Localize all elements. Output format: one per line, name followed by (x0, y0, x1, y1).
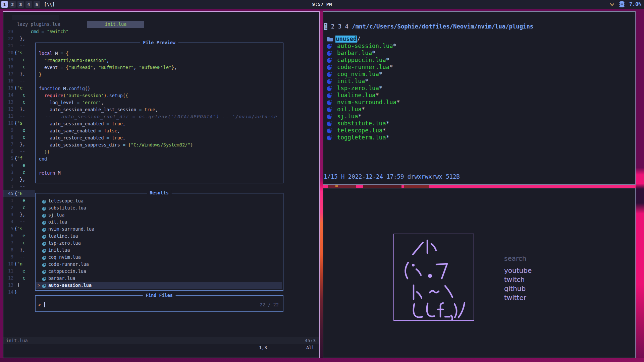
fm-selected-dir[interactable]: unused (335, 36, 357, 43)
ascii-cat-box (393, 234, 474, 321)
find-files-title: Find Files (143, 292, 176, 299)
chevron-down-icon[interactable] (610, 3, 614, 6)
fm-tab-1[interactable]: 1 (324, 23, 327, 30)
preview-code-line: local M = { (39, 50, 282, 57)
link-github[interactable]: github (504, 284, 526, 293)
fm-file-row[interactable]: nvim-surround.lua* (323, 99, 635, 106)
tabline: lazy_plugins.lua init.lua (3, 21, 319, 28)
ruler-position: 1,3 (259, 344, 267, 351)
prompt-counter: 22 / 22 (260, 301, 279, 308)
preview-code-line: log_level = 'error', (39, 99, 282, 106)
fm-file-row[interactable]: lualine.lua* (323, 92, 635, 99)
fm-file-row[interactable]: catppuccin.lua* (323, 57, 635, 64)
fm-file-row[interactable]: coq_nvim.lua* (323, 71, 635, 78)
result-item[interactable]: lsp-zero.lua (36, 240, 282, 247)
result-item[interactable]: >auto-session.lua (36, 282, 282, 289)
preview-code-line: auto_save_enabled = false, (39, 127, 282, 134)
result-item[interactable]: nvim-surround.lua (36, 226, 282, 233)
preview-code-line: "rmagatti/auto-session", (39, 57, 282, 64)
preview-code-line: event = {"BufRead", "BufWinEnter", "BufN… (39, 64, 282, 71)
fm-tab-4[interactable]: 4 (345, 23, 348, 30)
preview-code-line: return M (39, 170, 282, 177)
tab-lazy-plugins[interactable]: lazy_plugins.lua (17, 21, 60, 28)
fm-file-row[interactable]: substitute.lua* (323, 120, 635, 127)
fm-file-row[interactable]: barbar.lua* (323, 50, 635, 57)
preview-code-line (39, 163, 282, 170)
preview-code-line: auto_session_enable_last_session = true, (39, 106, 282, 113)
preview-code-line: auto_restore_enabled = true, (39, 134, 282, 141)
fm-file-row[interactable]: lsp-zero.lua* (323, 85, 635, 92)
fm-dir-row[interactable]: unused/ (323, 36, 635, 43)
preview-code-line (39, 177, 282, 184)
file-manager-status: 1/15 H 2022-12-24 17:59 drwxrwxrwx 512B (324, 173, 460, 180)
results-title: Results (147, 190, 171, 196)
lua-file-icon (327, 135, 332, 142)
prompt-cursor (44, 302, 45, 307)
result-item[interactable]: code-runner.lua (36, 261, 282, 268)
link-youtube[interactable]: youtube (504, 266, 532, 275)
preview-code-line (39, 78, 282, 85)
ascii-cat-art (394, 234, 474, 320)
memory-icon (619, 1, 625, 8)
tab-init[interactable]: init.lua (87, 21, 144, 28)
result-item[interactable]: barbar.lua (36, 275, 282, 282)
result-item[interactable]: oil.lua (36, 219, 282, 226)
result-item[interactable]: substitute.lua (36, 204, 282, 212)
statusline: init.lua 45:3 (3, 337, 319, 344)
fm-file-row[interactable]: code-runner.lua* (323, 64, 635, 71)
link-twitch[interactable]: twitch (504, 275, 525, 284)
fm-file-row[interactable]: auto-session.lua* (323, 43, 635, 50)
preview-code-line: auto_session_suppress_dirs = {"C:/Window… (39, 141, 282, 148)
preview-code-line: -- auto_session_root_dir = os.getenv("LO… (39, 113, 282, 120)
screen: 12345 [\\] 9:57 PM 7.0% lazy_plugins.lua… (0, 0, 644, 362)
fm-path: /mnt/c/Users/Sophie/dotfiles/Neovim/nvim… (352, 23, 533, 30)
fm-file-row[interactable]: toggleterm.lua* (323, 134, 635, 141)
wallpaper-gap-right (636, 9, 644, 362)
fm-dir-slash: / (357, 36, 360, 43)
memory-usage: 7.0% (629, 1, 641, 7)
preview-code-line: }) (39, 148, 282, 156)
window-divider[interactable] (323, 185, 636, 188)
fm-file-row[interactable]: sj.lua* (323, 113, 635, 120)
fm-file-row[interactable]: telescope.lua* (323, 127, 635, 134)
fm-tab-2[interactable]: 2 (331, 23, 334, 30)
terminal-window: search youtubetwitchgithubtwitter (323, 188, 636, 358)
wallpaper-gap-bottom (0, 358, 644, 362)
statusline-filename: init.lua (6, 337, 28, 344)
preview-code-line: auto_session_enabled = true, (39, 120, 282, 127)
file-manager-window: 1 2 3 4 /mnt/c/Users/Sophie/dotfiles/Neo… (323, 11, 636, 185)
clock: 9:57 PM (0, 2, 644, 7)
result-item[interactable]: telescope.lua (36, 197, 282, 204)
ruler: 1,3 All (3, 344, 319, 351)
result-item[interactable]: sj.lua (36, 212, 282, 219)
lua-file-icon (42, 283, 46, 290)
preview-code-line: end (39, 156, 282, 163)
link-twitter[interactable]: twitter (504, 293, 526, 302)
preview-code-line: } (39, 71, 282, 78)
fm-tab-3[interactable]: 3 (338, 23, 341, 30)
file-preview-float: File Preview local M = { "rmagatti/auto-… (35, 43, 283, 183)
find-files-float[interactable]: Find Files > 22 / 22 (35, 295, 283, 312)
result-item[interactable]: lualine.lua (36, 233, 282, 240)
fm-file-row[interactable]: oil.lua* (323, 106, 635, 113)
top-bar: 12345 [\\] 9:57 PM 7.0% (0, 0, 644, 9)
preview-code-line: function M.config() (39, 85, 282, 92)
result-item[interactable]: catppuccin.lua (36, 268, 282, 275)
fm-file-row[interactable]: init.lua* (323, 78, 635, 85)
result-item[interactable]: coq_nvim.lua (36, 254, 282, 261)
buffer-row: 45{"E (3, 190, 35, 197)
ruler-scroll: All (306, 344, 314, 351)
file-preview-title: File Preview (140, 40, 178, 46)
result-item[interactable]: init.lua (36, 247, 282, 254)
statusline-position: 45:3 (305, 337, 316, 344)
buffer-row: 23 cmd = "Switch" (3, 28, 319, 35)
results-float: Results telescope.luasubstitute.luasj.lu… (35, 193, 283, 291)
neovim-window: lazy_plugins.lua init.lua 23 cmd = "Swit… (3, 11, 320, 358)
prompt-caret: > (38, 301, 41, 308)
link-search[interactable]: search (504, 254, 526, 263)
preview-code-line: require('auto-session').setup({ (39, 92, 282, 99)
tabline-ghost (12, 15, 59, 20)
buffer-row: 1 -- (3, 183, 319, 190)
